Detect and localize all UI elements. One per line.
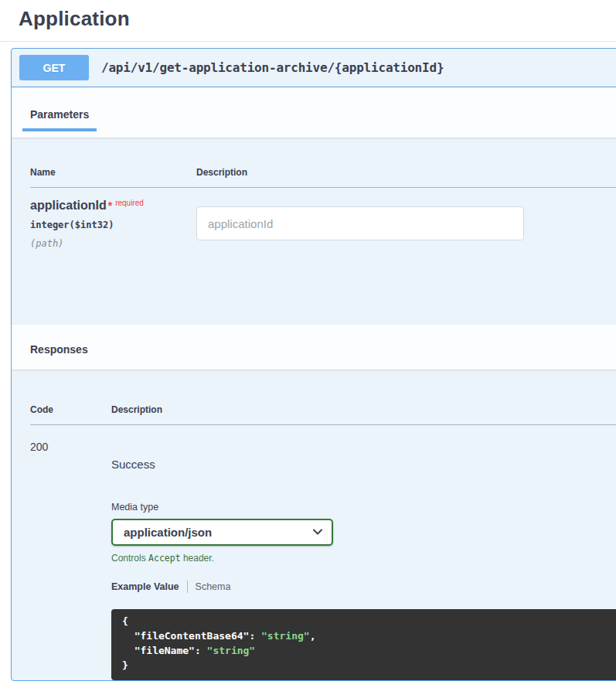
tab-parameters[interactable]: Parameters xyxy=(22,108,97,131)
example-json-block: { "fileContentBase64": "string", "fileNa… xyxy=(111,609,616,680)
response-row: 200 Success Media type application/json … xyxy=(30,425,616,680)
media-type-select[interactable]: application/json xyxy=(111,519,333,546)
parameter-description-cell xyxy=(196,199,616,249)
parameters-table-header: Name Description xyxy=(30,167,616,188)
required-asterisk: * xyxy=(108,199,112,212)
tab-schema[interactable]: Schema xyxy=(196,581,231,592)
swagger-api-page: Application GET /api/v1/get-application-… xyxy=(0,0,616,688)
tab-example-value[interactable]: Example Value xyxy=(111,581,179,592)
response-description: Success xyxy=(111,458,616,471)
tab-parameters-label: Parameters xyxy=(30,108,89,121)
parameter-name: applicationId*required xyxy=(30,199,196,213)
endpoint-path: /api/v1/get-application-archive/{applica… xyxy=(101,60,444,75)
tabs-divider xyxy=(187,581,188,593)
opblock-get: GET /api/v1/get-application-archive/{app… xyxy=(11,48,616,681)
column-header-description: Description xyxy=(111,404,616,415)
media-type-label: Media type xyxy=(111,502,616,513)
parameter-value-input[interactable] xyxy=(196,206,524,240)
parameter-name-text: applicationId xyxy=(30,199,107,212)
title-divider xyxy=(0,41,616,42)
column-header-description: Description xyxy=(196,167,616,178)
required-label: required xyxy=(115,199,144,207)
responses-section-header: Responses xyxy=(12,325,616,370)
parameter-row: applicationId*required integer($int32) (… xyxy=(30,188,616,249)
responses-body: Code Description 200 Success Media type … xyxy=(12,370,616,680)
parameters-section-header: Parameters xyxy=(12,87,616,138)
column-header-name: Name xyxy=(30,167,196,178)
response-description-cell: Success Media type application/json Cont… xyxy=(111,441,616,680)
controls-note-code: Accept xyxy=(148,553,181,564)
page-title: Application xyxy=(0,0,616,31)
controls-note-suffix: header. xyxy=(181,553,214,564)
parameter-location: (path) xyxy=(30,238,196,249)
controls-note-prefix: Controls xyxy=(111,553,148,564)
column-header-code: Code xyxy=(30,404,111,415)
responses-title: Responses xyxy=(30,343,88,356)
response-code: 200 xyxy=(30,441,111,680)
controls-accept-note: Controls Accept header. xyxy=(111,553,616,564)
opblock-summary[interactable]: GET /api/v1/get-application-archive/{app… xyxy=(12,49,616,87)
http-method-badge: GET xyxy=(19,55,89,80)
parameters-body: Name Description applicationId*required … xyxy=(12,138,616,325)
media-type-select-wrap: application/json xyxy=(111,519,333,546)
parameter-name-cell: applicationId*required integer($int32) (… xyxy=(30,199,196,249)
parameter-type: integer($int32) xyxy=(30,220,196,230)
model-example-tabs: Example Value Schema xyxy=(111,581,616,593)
responses-table-header: Code Description xyxy=(30,404,616,425)
